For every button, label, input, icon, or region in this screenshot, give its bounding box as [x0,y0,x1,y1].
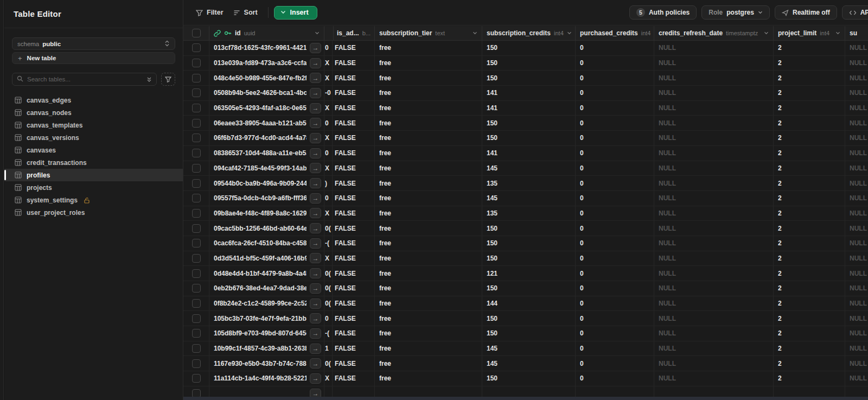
expand-row-button[interactable]: → [310,358,321,369]
project-limit-cell[interactable]: 2 [774,206,845,221]
subscription-credits-cell[interactable]: 150 [482,371,576,386]
expand-row-button[interactable]: → [310,58,321,68]
is-admin-cell[interactable]: FALSE [333,131,375,145]
table-row[interactable]: 11a114cb-1a4c-49f4-9b28-52219ec... → X F… [183,371,868,386]
purchased-credits-cell[interactable]: 0 [576,281,654,296]
expand-row-button[interactable]: → [310,313,321,323]
id-cell[interactable]: 105d8bf9-e703-49bd-807d-645e... → [209,326,324,341]
subscription-tier-cell[interactable]: free [375,146,482,161]
credits-refresh-date-cell[interactable]: NULL [654,266,774,281]
truncated-last-cell[interactable]: NULL [845,161,868,176]
row-checkbox[interactable] [192,119,201,128]
subscription-credits-cell[interactable]: 150 [482,71,576,85]
is-admin-cell[interactable]: FALSE [333,371,375,386]
insert-button[interactable]: Insert [274,6,317,20]
api-docs-button[interactable]: API Do [842,5,868,20]
truncated-last-cell[interactable]: NULL [845,131,868,145]
credits-refresh-date-cell[interactable]: NULL [654,371,774,386]
truncated-last-cell[interactable]: NULL [845,221,868,236]
table-row[interactable]: 09cac5bb-1256-46bd-ab60-64ed... → 0( FAL… [183,221,868,236]
subscription-tier-cell[interactable]: free [375,236,482,251]
row-checkbox[interactable] [192,88,201,97]
truncated-last-cell[interactable]: NULL [845,371,868,386]
subscription-credits-cell[interactable]: 145 [482,161,576,176]
sort-button[interactable]: Sort [228,6,263,19]
table-row[interactable]: 09b8ae4e-f48c-4f89-8a8c-1629b... → X FAL… [183,206,868,221]
table-row[interactable]: 0d48e4d4-b1bf-4479-9a8b-4a4b... → 0( FAL… [183,266,868,281]
row-checkbox[interactable] [192,239,201,247]
id-cell[interactable]: 09544b0c-ba9b-496a-9b09-244... → [209,176,324,191]
credits-refresh-date-cell[interactable]: NULL [654,206,774,221]
credits-refresh-date-cell[interactable]: NULL [654,311,774,326]
is-admin-cell[interactable]: FALSE [333,221,375,236]
subscription-tier-cell[interactable]: free [375,311,482,326]
purchased-credits-cell[interactable]: 0 [576,326,654,341]
project-limit-cell[interactable]: 2 [774,101,845,116]
table-row[interactable]: 08386537-10d4-488a-a11e-eb5a6... → 0 FAL… [183,146,868,161]
project-limit-cell[interactable]: 2 [774,131,845,145]
id-cell[interactable]: 0508b94b-5ee2-4626-bca1-4bca... → [209,86,324,100]
subscription-credits-cell[interactable]: 150 [482,41,576,55]
expand-row-button[interactable]: → [310,103,321,113]
purchased-credits-cell[interactable]: 0 [576,116,654,130]
sidebar-item-canvases[interactable]: canvases [4,144,183,156]
project-limit-cell[interactable]: 2 [774,191,845,206]
project-limit-cell[interactable]: 2 [774,281,845,296]
purchased-credits-cell[interactable]: 0 [576,356,654,371]
project-limit-cell[interactable]: 2 [774,71,845,85]
purchased-credits-cell[interactable]: 0 [576,161,654,176]
sidebar-item-projects[interactable]: projects [4,181,183,194]
truncated-last-cell[interactable]: NULL [845,86,868,100]
expand-row-button[interactable]: → [310,148,321,158]
chevron-down-icon[interactable] [567,31,572,35]
subscription-tier-cell[interactable]: free [375,161,482,176]
project-limit-cell[interactable]: 2 [774,41,845,55]
is-admin-cell[interactable]: FALSE [333,161,375,176]
is-admin-cell[interactable]: FALSE [333,251,375,266]
is-admin-cell[interactable]: FALSE [333,101,375,116]
is-admin-cell[interactable]: FALSE [333,341,375,356]
truncated-last-cell[interactable]: NULL [845,236,868,251]
row-checkbox[interactable] [192,359,201,368]
subscription-tier-cell[interactable]: free [375,266,482,281]
id-cell[interactable]: 09cac5bb-1256-46bd-ab60-64ed... → [209,221,324,236]
project-limit-cell[interactable]: 2 [774,296,845,311]
credits-refresh-date-cell[interactable]: NULL [654,56,774,71]
row-checkbox[interactable] [192,149,201,157]
filter-button[interactable]: Filter [191,6,228,19]
truncated-last-cell[interactable]: NULL [845,41,868,55]
credits-refresh-date-cell[interactable]: NULL [654,146,774,161]
purchased-credits-cell[interactable]: 0 [576,236,654,251]
row-checkbox[interactable] [192,329,201,338]
row-checkbox[interactable] [192,179,201,188]
column-header-project-limit[interactable]: project_limit int4 [774,26,845,40]
row-checkbox[interactable] [192,209,201,218]
id-cell[interactable]: 10b99c1f-4857-4c39-a8b1-263b8... → [209,341,324,356]
subscription-credits-cell[interactable]: 145 [482,341,576,356]
id-cell[interactable]: 0cac6fca-26cf-4510-84ba-c4580... → [209,236,324,251]
subscription-tier-cell[interactable]: free [375,176,482,191]
truncated-last-cell[interactable]: NULL [845,281,868,296]
truncated-last-cell[interactable]: NULL [845,311,868,326]
expand-row-button[interactable]: → [310,344,321,354]
row-checkbox[interactable] [192,134,201,142]
purchased-credits-cell[interactable]: 0 [576,41,654,55]
is-admin-cell[interactable]: FALSE [333,41,375,55]
sidebar-item-canvas_templates[interactable]: canvas_templates [4,119,183,131]
row-checkbox[interactable] [192,344,201,353]
new-table-button[interactable]: + New table [12,52,175,64]
truncated-last-cell[interactable]: NULL [845,206,868,221]
subscription-credits-cell[interactable]: 141 [482,86,576,100]
subscription-tier-cell[interactable]: free [375,281,482,296]
project-limit-cell[interactable]: 2 [774,176,845,191]
subscription-credits-cell[interactable]: 150 [482,281,576,296]
expand-row-button[interactable]: → [310,43,321,53]
expand-row-button[interactable]: → [310,208,321,218]
sidebar-item-user_project_roles[interactable]: user_project_roles [4,206,183,219]
column-header-credits-refresh-date[interactable]: credits_refresh_date timestamptz [654,26,774,40]
is-admin-cell[interactable]: FALSE [333,86,375,100]
column-header-subscription-tier[interactable]: subscription_tier text [375,26,482,40]
expand-row-button[interactable]: → [310,328,321,339]
expand-row-button[interactable]: → [310,73,321,83]
project-limit-cell[interactable]: 2 [774,56,845,71]
